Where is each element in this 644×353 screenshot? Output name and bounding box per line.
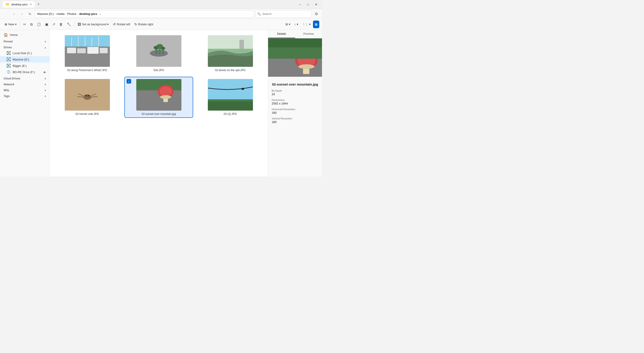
view-icon: ⊞: [286, 22, 288, 26]
toolbar: ⊕ New ▾ ✂ ⧉ 📋 ▣ ↗ 🗑 🔧 🖼 Set as backgroun…: [0, 19, 322, 30]
back-button[interactable]: ←: [2, 10, 9, 18]
cut-button[interactable]: ✂: [22, 20, 28, 28]
svg-rect-9: [87, 47, 98, 54]
forward-button[interactable]: →: [10, 10, 17, 18]
window-tab[interactable]: 📁 desktop pics ✕: [3, 1, 34, 8]
breadcrumb-media[interactable]: media: [56, 12, 64, 16]
sidebar-local-disk[interactable]: 💽 Local Disk (C:): [0, 50, 50, 56]
home-label: Home: [10, 33, 18, 36]
breadcrumb-massive[interactable]: Massive (D:): [37, 12, 54, 16]
rotate-right-button[interactable]: ↻ Rotate right: [132, 20, 155, 28]
detail-filename: 02-sunset over mountain.jpg: [272, 82, 318, 87]
minimize-button[interactable]: ─: [297, 2, 303, 7]
network-label: Network: [4, 83, 14, 86]
group-icon: ⋮⋮: [302, 22, 308, 26]
detail-info: 02-sunset over mountain.jpg Bit Depth 24…: [268, 77, 322, 129]
sidebar-tags-section[interactable]: Tags ▾: [0, 93, 50, 99]
local-disk-icon: 💽: [6, 51, 11, 55]
file-grid: 02-along Fisherman's Wharf.JPG: [53, 34, 264, 117]
refresh-button[interactable]: ↻: [27, 10, 34, 18]
rename-button[interactable]: ▣: [43, 20, 50, 28]
rotate-left-button[interactable]: ↺ Rotate left: [111, 20, 132, 28]
detail-preview-image: [268, 38, 322, 77]
sidebar-cloud-section[interactable]: Cloud Drives ▾: [0, 75, 50, 81]
wsl-chevron: ▾: [45, 89, 46, 92]
bdre-icon: 💿: [6, 70, 11, 74]
file-thumbnail: [65, 35, 110, 67]
drives-label: Drives: [4, 46, 12, 49]
rotate-right-icon: ↻: [134, 22, 137, 26]
settings-button[interactable]: ⚙: [313, 10, 320, 18]
file-item[interactable]: 02-dunes on the spit.JPG: [196, 34, 264, 74]
rotate-left-icon: ↺: [113, 22, 116, 26]
sidebar-wsl-section[interactable]: WSL ▾: [0, 87, 50, 93]
paste-button[interactable]: 📋: [35, 20, 43, 28]
properties-button[interactable]: 🔧: [65, 20, 73, 28]
sidebar-home[interactable]: 🏠 Home: [0, 32, 50, 38]
svg-rect-10: [100, 48, 108, 53]
crab-image: [65, 79, 110, 110]
new-icon: ⊕: [4, 22, 8, 26]
new-button[interactable]: ⊕ New ▾: [3, 20, 18, 28]
file-item[interactable]: ✓ 02-sunset over mountain.jpg: [125, 77, 193, 117]
file-name: 02-hermit crab.JPG: [75, 112, 99, 116]
close-button[interactable]: ✕: [313, 2, 319, 7]
file-item[interactable]: 03 (2).JPG: [196, 77, 264, 117]
paste-icon: 📋: [37, 22, 41, 26]
wsl-label: WSL: [4, 89, 10, 92]
wire-image: [208, 79, 253, 110]
file-item[interactable]: 02-hermit crab.JPG: [53, 77, 121, 117]
file-thumbnail: [136, 79, 182, 110]
new-label: New: [8, 22, 14, 26]
window-controls: ─ □ ✕: [297, 2, 319, 7]
sidebar-pinned-section[interactable]: Pinned ▾: [0, 38, 50, 44]
svg-rect-21: [240, 40, 244, 49]
mushroom-image: [136, 79, 182, 110]
svg-point-28: [86, 95, 87, 96]
toolbar-right: ⊞ ▾ ↕ ▾ ⋮⋮ ▾ ▦: [284, 20, 320, 28]
rotate-left-label: Rotate left: [117, 22, 130, 26]
file-item[interactable]: 02b.JPG: [125, 34, 193, 74]
preview-tab[interactable]: Preview: [295, 30, 322, 38]
vertical-res-label: Vertical Resolution: [272, 117, 318, 120]
file-item[interactable]: 02-along Fisherman's Wharf.JPG: [53, 34, 121, 74]
group-button[interactable]: ⋮⋮ ▾: [300, 20, 312, 28]
marina-image: [65, 35, 110, 67]
delete-button[interactable]: 🗑: [58, 20, 64, 28]
sidebar-drives-section[interactable]: Drives ▴: [0, 44, 50, 50]
sort-button[interactable]: ↕ ▾: [293, 20, 300, 28]
svg-rect-7: [67, 48, 76, 53]
set-background-icon: 🖼: [78, 22, 81, 26]
maximize-button[interactable]: □: [305, 2, 311, 7]
selection-checkmark: ✓: [126, 79, 131, 84]
current-view-button[interactable]: ▦: [313, 20, 319, 28]
breadcrumb-desktop-pics[interactable]: desktop pics: [79, 12, 97, 16]
search-box: 🔍: [255, 10, 312, 18]
breadcrumb-dropdown[interactable]: ⌄: [98, 10, 102, 18]
sidebar-bigger[interactable]: 💽 Bigger (E:): [0, 62, 50, 69]
view-options-button[interactable]: ⊞ ▾: [284, 20, 292, 28]
svg-rect-46: [268, 38, 322, 48]
share-icon: ↗: [52, 22, 55, 26]
set-background-button[interactable]: 🖼 Set as background ▾: [76, 20, 110, 28]
up-button[interactable]: ↑: [18, 10, 25, 18]
copy-button[interactable]: ⧉: [28, 20, 34, 28]
breadcrumb-photos[interactable]: Photos: [67, 12, 76, 16]
tab-close-button[interactable]: ✕: [30, 3, 32, 6]
pinned-chevron: ▾: [45, 40, 46, 43]
share-button[interactable]: ↗: [50, 20, 57, 28]
svg-rect-39: [208, 102, 253, 110]
dimensions-value: 2592 x 1944: [272, 102, 318, 105]
sidebar-network-section[interactable]: Network ▾: [0, 81, 50, 87]
network-chevron: ▾: [45, 83, 46, 86]
new-tab-button[interactable]: +: [37, 2, 40, 7]
sidebar-bdre[interactable]: 💿 BD-RE Drive (F:) ⏏: [0, 69, 50, 75]
search-input[interactable]: [262, 12, 310, 16]
dimensions-label: Dimensions: [272, 99, 318, 101]
bigger-label: Bigger (E:): [13, 64, 27, 68]
sidebar-massive[interactable]: 💽 Massive (D:): [0, 56, 50, 62]
cloud-chevron: ▾: [45, 78, 46, 80]
file-name: 02-sunset over mountain.jpg: [142, 112, 176, 116]
dimensions-row: Dimensions 2592 x 1944: [272, 99, 318, 105]
details-tab[interactable]: Details: [268, 30, 295, 38]
